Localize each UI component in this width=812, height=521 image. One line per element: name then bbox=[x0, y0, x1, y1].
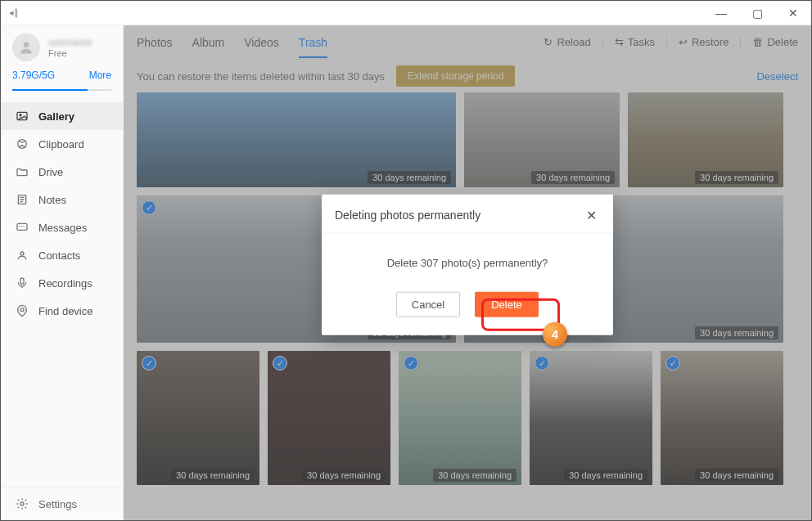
svg-point-8 bbox=[20, 308, 24, 312]
titlebar: ◂∥ — ▢ ✕ bbox=[1, 1, 811, 25]
sidebar-item-label: Gallery bbox=[38, 110, 74, 123]
sound-icon: ◂∥ bbox=[9, 7, 19, 18]
sidebar-item-gallery[interactable]: Gallery bbox=[1, 102, 123, 130]
sidebar-item-drive[interactable]: Drive bbox=[1, 158, 123, 186]
modal-delete-button[interactable]: Delete bbox=[475, 291, 539, 317]
nav: Gallery Clipboard Drive Notes Messages C… bbox=[1, 97, 123, 330]
sidebar-item-label: Messages bbox=[38, 222, 87, 234]
storage-bar bbox=[12, 89, 111, 91]
titlebar-left: ◂∥ bbox=[9, 7, 19, 18]
modal-cancel-button[interactable]: Cancel bbox=[396, 291, 460, 317]
storage-more[interactable]: More bbox=[89, 70, 111, 81]
sidebar-item-messages[interactable]: Messages bbox=[1, 213, 123, 241]
folder-icon bbox=[16, 165, 29, 178]
sidebar-item-label: Drive bbox=[38, 166, 63, 178]
svg-point-6 bbox=[20, 252, 24, 255]
sidebar-item-find-device[interactable]: Find device bbox=[1, 297, 123, 325]
image-icon bbox=[16, 110, 29, 123]
profile-name: username bbox=[48, 37, 92, 48]
main: Photos Album Videos Trash ↻Reload ⇆Tasks… bbox=[124, 25, 811, 520]
gear-icon bbox=[16, 497, 29, 510]
sidebar-item-label: Recordings bbox=[38, 277, 92, 290]
sidebar-settings[interactable]: Settings bbox=[1, 487, 123, 520]
maximize-button[interactable]: ▢ bbox=[739, 1, 775, 25]
sidebar-item-contacts[interactable]: Contacts bbox=[1, 241, 123, 269]
location-icon bbox=[16, 304, 29, 317]
close-button[interactable]: ✕ bbox=[775, 1, 811, 25]
modal-close-button[interactable]: ✕ bbox=[583, 205, 600, 224]
svg-point-9 bbox=[20, 502, 24, 505]
tutorial-step-badge: 4 bbox=[543, 321, 567, 346]
sidebar-item-label: Find device bbox=[38, 305, 92, 317]
sidebar-item-label: Notes bbox=[38, 194, 66, 206]
profile-plan: Free bbox=[48, 48, 92, 58]
profile[interactable]: username Free bbox=[1, 25, 123, 66]
storage-used: 3.79G/5G bbox=[12, 70, 55, 81]
sidebar-item-clipboard[interactable]: Clipboard bbox=[1, 130, 123, 158]
messages-icon bbox=[16, 221, 29, 234]
svg-rect-5 bbox=[17, 223, 27, 230]
mic-icon bbox=[16, 276, 29, 290]
storage-row: 3.79G/5G More bbox=[1, 66, 123, 89]
modal-title: Deleting photos permanently bbox=[335, 209, 480, 222]
delete-confirm-modal: Deleting photos permanently ✕ Delete 307… bbox=[322, 194, 613, 335]
modal-backdrop: Deleting photos permanently ✕ Delete 307… bbox=[124, 25, 811, 520]
sidebar: username Free 3.79G/5G More Gallery Clip… bbox=[1, 25, 124, 520]
clipboard-icon bbox=[16, 137, 29, 150]
contacts-icon bbox=[16, 249, 29, 262]
svg-point-0 bbox=[24, 42, 29, 47]
minimize-button[interactable]: — bbox=[703, 1, 739, 25]
notes-icon bbox=[16, 193, 29, 206]
sidebar-item-label: Contacts bbox=[38, 249, 80, 262]
svg-point-2 bbox=[20, 115, 21, 116]
modal-body: Delete 307 photo(s) permanently? bbox=[322, 233, 613, 276]
sidebar-item-label: Clipboard bbox=[38, 138, 84, 150]
sidebar-item-notes[interactable]: Notes bbox=[1, 186, 123, 213]
settings-label: Settings bbox=[38, 498, 77, 510]
window-controls: — ▢ ✕ bbox=[703, 1, 811, 25]
avatar bbox=[12, 34, 40, 61]
svg-rect-7 bbox=[20, 278, 24, 284]
sidebar-item-recordings[interactable]: Recordings bbox=[1, 269, 123, 297]
